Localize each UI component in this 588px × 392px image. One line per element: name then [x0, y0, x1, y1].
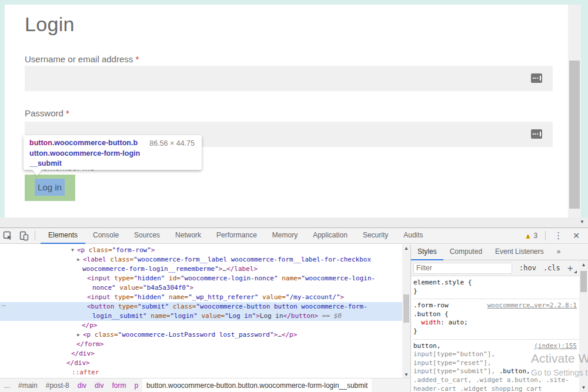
style-token: .button, — [495, 367, 530, 375]
code-token: class= — [85, 246, 112, 254]
style-token: .button — [413, 310, 440, 318]
code-token: "woocommerce-LostPassword lost_password" — [118, 331, 274, 339]
inspect-element-icon[interactable] — [0, 228, 16, 243]
style-rule-line[interactable]: } — [413, 287, 579, 296]
styles-tab-computed[interactable]: Computed — [443, 244, 489, 260]
row-hover-dots-icon[interactable]: … — [2, 300, 6, 309]
code-line[interactable]: <input type="hidden" name="_wp_http_refe… — [0, 293, 402, 302]
breadcrumb-item[interactable]: #post-8 — [42, 378, 74, 392]
devtools-tab-performance[interactable]: Performance — [209, 228, 265, 244]
code-token: login__submit" — [92, 312, 147, 320]
expand-arrow-icon[interactable]: ▼ — [71, 246, 77, 255]
styles-filter-input[interactable] — [413, 263, 512, 274]
code-line[interactable]: nonce" value="b4a5a304f0"> — [0, 283, 402, 293]
devtools-tab-elements[interactable]: Elements — [41, 228, 85, 244]
styles-scrollbar[interactable]: ▲ ▼ — [579, 260, 588, 392]
stylesheet-link[interactable]: woocommerce…ver=2.2.8:1 — [487, 301, 577, 310]
stylesheet-link[interactable]: (index):155 — [534, 342, 577, 351]
scroll-up-icon[interactable]: ▲ — [402, 246, 410, 251]
elements-scrollbar-thumb[interactable] — [403, 294, 409, 323]
pseudo-class-toggle[interactable]: :hov — [519, 264, 536, 272]
class-toggle[interactable]: .cls — [543, 264, 560, 272]
code-line[interactable]: <input type="hidden" id="woocommerce-log… — [0, 274, 402, 283]
styles-tab-styles[interactable]: Styles — [411, 244, 443, 260]
breadcrumb-item[interactable]: form — [108, 378, 130, 392]
code-token: "woocommerce-button button woocommerce-f… — [196, 303, 367, 310]
scroll-down-icon[interactable]: ▼ — [402, 372, 410, 377]
warning-badge[interactable]: ▲ ! 3 — [524, 232, 538, 240]
code-line[interactable]: woocommerce-form-login__rememberme">…</l… — [0, 264, 402, 274]
screen: Login Username or email address * Passwo… — [0, 0, 588, 392]
style-token: } — [413, 327, 417, 335]
code-line[interactable]: </form> — [0, 340, 402, 349]
username-field[interactable] — [25, 66, 553, 91]
devtools-tab-audits[interactable]: Audits — [396, 228, 430, 244]
new-style-rule-button[interactable]: + — [567, 263, 573, 273]
styles-scrollbar-thumb[interactable] — [580, 271, 587, 292]
breadcrumb-item[interactable]: p — [130, 378, 142, 392]
style-rule-line[interactable]: } — [413, 327, 579, 336]
code-line[interactable]: </div> — [0, 349, 402, 359]
style-rule-line[interactable]: width: auto; — [413, 319, 579, 327]
close-devtools-icon[interactable]: ✕ — [568, 231, 584, 240]
style-rule-line[interactable]: input[type="reset"], — [413, 359, 579, 368]
code-line[interactable]: </p> — [0, 321, 402, 330]
devtools-tab-security[interactable]: Security — [355, 228, 396, 244]
style-rule-line[interactable]: input[type="submit"], .button, — [413, 367, 579, 376]
expand-arrow-icon[interactable]: ▶ — [77, 330, 83, 340]
devtools-tab-console[interactable]: Console — [85, 228, 126, 244]
device-toolbar-icon[interactable] — [16, 228, 32, 243]
code-token: <input — [87, 274, 111, 282]
page-scrollbar-thumb[interactable] — [569, 61, 580, 209]
breadcrumb-item[interactable]: ... — [0, 378, 14, 392]
code-token: <label — [83, 256, 106, 263]
style-rule-line[interactable]: header-cart .widget_shopping_cart — [413, 385, 579, 392]
style-rule-line[interactable]: input[type="button"], — [413, 350, 579, 359]
breadcrumb-item[interactable]: button.woocommerce-button.button.woocomm… — [142, 378, 372, 392]
devtools-tab-memory[interactable]: Memory — [265, 228, 305, 244]
code-token: ::after — [72, 368, 99, 376]
page-scrollbar-bottom[interactable]: ▼ — [0, 217, 588, 227]
breadcrumb-item[interactable]: div — [74, 378, 91, 392]
scroll-down-icon[interactable]: ▼ — [580, 219, 584, 225]
dot-icon — [534, 78, 536, 79]
styles-tab-more[interactable]: » — [550, 244, 567, 260]
style-rule-line[interactable]: woocommerce…ver=2.2.8:1.form-row — [413, 301, 579, 310]
style-rule-line[interactable]: .added_to_cart, .widget a.button, .site- — [413, 376, 579, 385]
code-line[interactable]: </div> — [0, 359, 402, 368]
code-line[interactable]: ::after — [0, 368, 402, 377]
elements-scrollbar[interactable]: ▲ ▼ — [402, 244, 410, 378]
code-line[interactable]: login__submit" name="login" value="Log i… — [0, 311, 402, 321]
style-rule-line[interactable]: .button { — [413, 310, 579, 319]
tooltip-arrow — [32, 169, 42, 176]
devtools-tab-network[interactable]: Network — [168, 228, 209, 244]
breadcrumb-item[interactable]: #main — [14, 378, 42, 392]
styles-tab-event-listeners[interactable]: Event Listeners — [489, 244, 550, 260]
expand-arrow-icon[interactable]: ▶ — [77, 255, 83, 264]
code-token: type= — [111, 293, 134, 301]
code-line[interactable]: …<button type="submit" class="woocommerc… — [0, 302, 402, 311]
devtools-tab-application[interactable]: Application — [305, 228, 355, 244]
style-rule-line[interactable]: (index):155button, — [413, 342, 579, 351]
style-rule: woocommerce…ver=2.2.8:1.form-row.button … — [413, 299, 579, 337]
code-line[interactable]: ▶<p class="woocommerce-LostPassword lost… — [0, 330, 402, 340]
styles-sidebar: StylesComputedEvent Listeners» :hov .cls… — [410, 244, 588, 392]
code-token: "woocommerce-login-nonce" — [181, 274, 278, 282]
code-token: "submit" — [138, 303, 169, 310]
scroll-down-icon[interactable]: ▼ — [579, 385, 588, 390]
code-token: </form> — [76, 340, 103, 348]
code-line[interactable]: ▼<p class="form-row"> — [0, 246, 402, 255]
devtools-tab-sources[interactable]: Sources — [126, 228, 168, 244]
overflow-menu-icon[interactable]: ⋮ — [549, 230, 568, 241]
input-assist-icon[interactable] — [531, 129, 542, 139]
toolbar-divider — [545, 231, 546, 240]
style-token: header-cart .widget_shopping_cart — [413, 385, 542, 392]
scroll-up-icon[interactable]: ▲ — [579, 262, 588, 267]
breadcrumb-item[interactable]: div — [91, 378, 108, 392]
input-assist-icon[interactable] — [531, 73, 542, 83]
code-token: </label> — [226, 265, 258, 273]
code-line[interactable]: ▶<label class="woocommerce-form__label w… — [0, 255, 402, 264]
style-rule-line[interactable]: element.style { — [413, 279, 579, 287]
page-scrollbar[interactable] — [568, 5, 581, 217]
login-button[interactable]: Log in — [25, 175, 75, 201]
